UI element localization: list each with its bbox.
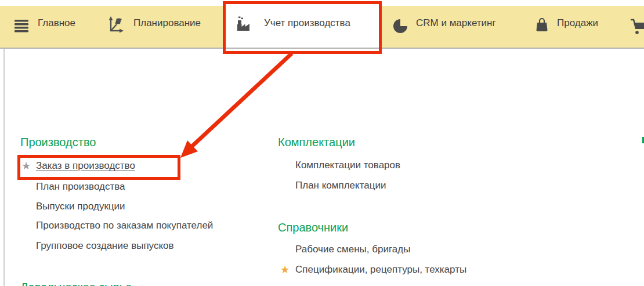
link-specifikacii[interactable]: Спецификации, рецептуры, техкарты bbox=[295, 264, 466, 276]
link-plan-komplektacii[interactable]: План комплектации bbox=[295, 180, 386, 191]
cart-icon[interactable] bbox=[630, 18, 644, 38]
menu-item-glavnoe[interactable]: Главное bbox=[38, 17, 75, 29]
menu-item-prodazhi[interactable]: Продажи bbox=[557, 17, 598, 29]
section-title-davalcheskoe-syrye-partial: Давальческое сырье bbox=[20, 281, 132, 286]
pie-chart-icon bbox=[393, 19, 408, 36]
content-left-border bbox=[3, 49, 5, 286]
section-title-komplektacii: Комплектации bbox=[278, 136, 355, 149]
bag-icon bbox=[535, 17, 549, 35]
menu-item-planirovanie[interactable]: Планирование bbox=[133, 17, 201, 29]
link-plan-proizvodstva[interactable]: План производства bbox=[36, 181, 125, 193]
bar-bottom-divider bbox=[0, 48, 644, 49]
link-proizvodstvo-po-zakazam[interactable]: Производство по заказам покупателей bbox=[36, 220, 213, 231]
section-title-proizvodstvo: Производство bbox=[20, 136, 96, 149]
favorite-star-icon-orange[interactable]: ★ bbox=[280, 265, 290, 275]
link-gruppovoe-sozdanie[interactable]: Групповое создание выпусков bbox=[36, 240, 174, 252]
application-window: Главное Планирование Учет производства C… bbox=[0, 0, 644, 286]
link-komplektacii-tovarov[interactable]: Комплектации товаров bbox=[295, 160, 400, 171]
tab-uchet-proizvodstva[interactable]: Учет производства bbox=[264, 17, 350, 29]
planning-chart-icon bbox=[107, 16, 124, 37]
hamburger-menu-icon[interactable] bbox=[15, 20, 28, 35]
link-vypuski-produkcii[interactable]: Выпуски продукции bbox=[36, 201, 125, 212]
link-rabochie-smeny[interactable]: Рабочие смены, бригады bbox=[295, 244, 410, 255]
factory-icon bbox=[235, 16, 251, 35]
favorite-star-icon[interactable]: ★ bbox=[21, 161, 31, 171]
section-title-spravochniki: Справочники bbox=[278, 221, 348, 234]
menu-item-crm[interactable]: CRM и маркетинг bbox=[416, 17, 496, 29]
link-zakaz-v-proizvodstvo[interactable]: Заказ в производство bbox=[36, 160, 135, 172]
